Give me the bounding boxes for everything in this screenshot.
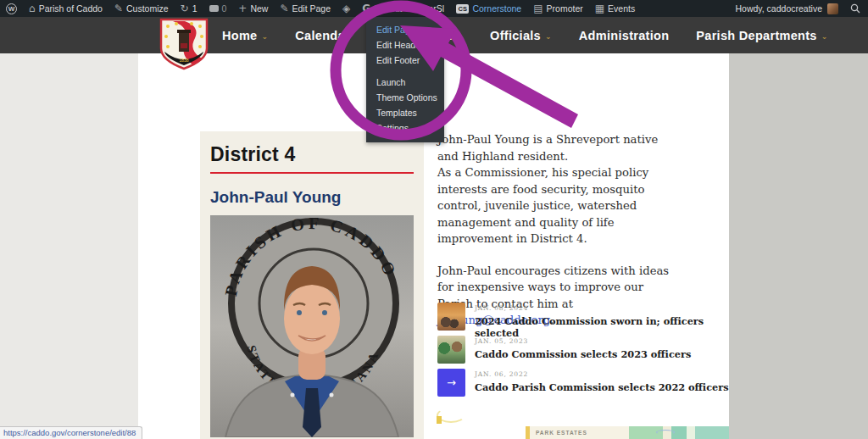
avatar[interactable] — [827, 3, 838, 14]
menu-item-launch[interactable]: Launch — [366, 75, 444, 90]
chevron-down-icon: ⌄ — [262, 32, 269, 41]
wordpress-menu-item[interactable]: W — [0, 0, 23, 17]
nav-home-label: Home — [222, 29, 258, 42]
site-name-label: Parish of Caddo — [39, 3, 103, 14]
site-name-menu-item[interactable]: ⌂ Parish of Caddo — [23, 0, 108, 17]
edit-page-label: Edit Page — [292, 3, 331, 14]
news-item[interactable]: JAN. 08, 2024 2024 Caddo Commission swor… — [437, 303, 730, 331]
events-menu-item[interactable]: ▦ Events — [589, 0, 641, 17]
menu-separator — [366, 68, 444, 75]
wp-admin-bar: W ⌂ Parish of Caddo ✎ Customize ↻ 1 0 + … — [0, 0, 868, 17]
map-neighborhood-label: PARK ESTATES — [536, 430, 587, 436]
menu-item-edit-footer[interactable]: Edit Footer — [366, 53, 444, 68]
arrow-right-icon: → — [447, 376, 456, 389]
bio-paragraph-1: John-Paul Young is a Shreveport native a… — [437, 131, 675, 164]
map-water — [656, 430, 675, 435]
news-thumbnail-arrow-tile: → — [437, 369, 465, 397]
pencil-icon: ✎ — [280, 3, 288, 14]
menu-item-edit-header[interactable]: Edit Header — [366, 37, 444, 53]
nav-item-calendar[interactable]: Calendar — [295, 29, 349, 42]
comments-count: 0 — [222, 3, 227, 14]
nav-administration-label: Administration — [579, 29, 670, 42]
news-list: JAN. 08, 2024 2024 Caddo Commission swor… — [437, 303, 730, 402]
district-title: District 4 — [210, 143, 414, 166]
plus-icon: + — [238, 3, 247, 14]
commissioner-photo: PARISH OF CADDO STATE OF LOUISIANA — [210, 215, 414, 437]
menu-item-settings[interactable]: Settings — [366, 120, 444, 136]
edit-page-menu-item[interactable]: ✎ Edit Page — [274, 0, 337, 17]
nav-item-parish-departments[interactable]: Parish Departments ⌄ — [696, 29, 827, 42]
howdy-account-label[interactable]: Howdy, caddocreative — [735, 3, 822, 14]
nav-item-home[interactable]: Home ⌄ — [222, 29, 268, 42]
svg-text:1838: 1838 — [179, 58, 188, 63]
commissioner-name: John-Paul Young — [210, 188, 414, 207]
site-kit-menu-item[interactable]: G Site Kit — [356, 0, 408, 17]
map-parks — [629, 426, 729, 439]
cornerstone-dropdown-menu: Edit Page Edit Header Edit Footer Launch… — [366, 17, 444, 142]
menu-item-edit-page[interactable]: Edit Page — [366, 22, 444, 37]
pencil-icon: ✎ — [114, 3, 123, 14]
map-yellow-marker — [437, 416, 442, 424]
events-calendar-icon: ▦ — [595, 3, 604, 14]
search-icon[interactable] — [850, 3, 860, 14]
news-date: JAN. 06, 2022 — [475, 370, 729, 378]
comments-menu-item[interactable]: 0 — [203, 0, 233, 17]
wordpress-logo-icon: W — [6, 3, 17, 14]
new-label: New — [250, 3, 268, 14]
chevron-down-icon: ⌄ — [456, 32, 463, 41]
comment-icon — [209, 5, 219, 12]
site-kit-label: Site Kit — [374, 3, 402, 14]
menu-item-templates[interactable]: Templates — [366, 105, 444, 120]
news-thumbnail — [437, 336, 465, 364]
news-date: JAN. 05, 2023 — [475, 337, 691, 345]
cornerstone-cs-icon: CS — [456, 4, 469, 14]
news-item[interactable]: JAN. 05, 2023 Caddo Commission selects 2… — [437, 336, 730, 364]
plugin-menu-item[interactable]: ◈ — [337, 0, 356, 17]
cornerstone-menu-item[interactable]: CS Cornerstone — [450, 0, 527, 17]
bio-paragraph-2: As a Commissioner, his special policy in… — [437, 164, 675, 247]
map-road — [526, 426, 530, 439]
diamond-plugin-icon: ◈ — [342, 3, 350, 14]
district-map[interactable]: PARK ESTATES — [526, 426, 729, 439]
new-content-menu-item[interactable]: + New — [232, 0, 274, 17]
bio-text: John-Paul Young is a Shreveport native a… — [437, 131, 675, 329]
news-title: Caddo Commission selects 2023 officers — [475, 348, 691, 360]
customize-menu-item[interactable]: ✎ Customize — [108, 0, 175, 17]
promoter-label: Promoter — [547, 3, 583, 14]
caddo-parish-logo[interactable]: 1838 — [158, 18, 210, 74]
menu-item-theme-options[interactable]: Theme Options — [366, 90, 444, 105]
nav-item-officials[interactable]: Officials ⌄ — [490, 29, 552, 42]
update-icon: ↻ — [181, 3, 189, 14]
commissioner-card: District 4 John-Paul Young PARISH OF CAD… — [200, 131, 424, 439]
news-date: JAN. 08, 2024 — [475, 304, 730, 312]
page-right-margin — [729, 53, 868, 439]
promoter-menu-item[interactable]: ▤ Promoter — [527, 0, 589, 17]
cornerstone-label: Cornerstone — [472, 3, 521, 14]
customize-label: Customize — [126, 3, 169, 14]
nav-item-administration[interactable]: Administration — [579, 29, 670, 42]
nav-calendar-label: Calendar — [295, 29, 349, 42]
google-g-icon: G — [362, 3, 370, 14]
chevron-down-icon: ⌄ — [545, 32, 552, 41]
home-icon: ⌂ — [29, 3, 36, 14]
events-label: Events — [608, 3, 635, 14]
nav-parish-departments-label: Parish Departments — [696, 29, 816, 42]
updates-count: 1 — [192, 3, 198, 14]
red-divider — [210, 172, 414, 174]
layerslider-label: LayerSl — [414, 3, 444, 14]
layerslider-menu-item[interactable]: LayerSl — [408, 0, 450, 17]
news-title: Caddo Parish Commission selects 2022 off… — [475, 381, 729, 393]
browser-status-url: https://caddo.gov/cornerstone/edit/88 — [0, 426, 142, 439]
nav-officials-label: Officials — [490, 29, 541, 42]
updates-menu-item[interactable]: ↻ 1 — [175, 0, 203, 17]
promoter-icon: ▤ — [533, 3, 542, 14]
news-thumbnail — [437, 303, 465, 331]
chevron-down-icon: ⌄ — [821, 32, 828, 41]
news-item[interactable]: → JAN. 06, 2022 Caddo Parish Commission … — [437, 369, 730, 397]
